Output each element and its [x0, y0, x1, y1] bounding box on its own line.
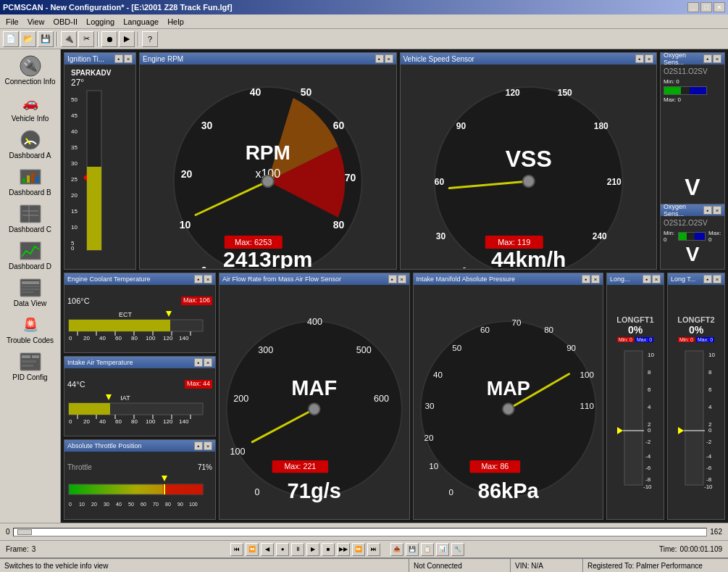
svg-rect-15 — [22, 281, 39, 284]
panel-map-close[interactable]: × — [591, 275, 600, 283]
playback-prev-fast[interactable]: ⏪ — [246, 543, 259, 556]
panel-ect-menu[interactable]: ▪ — [194, 275, 203, 283]
window-controls[interactable]: _ □ × — [687, 2, 725, 12]
frame-label: Frame: — [6, 545, 29, 553]
sidebar-item-dashA[interactable]: Dashboard A — [2, 126, 59, 162]
playback-next-fast[interactable]: ⏩ — [352, 543, 365, 556]
playback-first[interactable]: ⏮ — [230, 543, 243, 556]
panel-map-menu[interactable]: ▪ — [582, 275, 590, 283]
panel-vss-menu[interactable]: ▪ — [635, 54, 644, 63]
svg-text:70: 70 — [153, 502, 159, 507]
svg-rect-7 — [31, 173, 34, 183]
sidebar-item-pidconfig[interactable]: PID Config — [2, 348, 59, 384]
panel-o2s12-controls[interactable]: ▪ × — [703, 206, 721, 215]
panel-maf-controls[interactable]: ▪ × — [388, 275, 406, 283]
menu-view[interactable]: View — [23, 16, 49, 28]
toolbar-open[interactable]: 📂 — [20, 31, 36, 47]
panel-o2s11-controls[interactable]: ▪ × — [703, 54, 721, 63]
sidebar-label-trouble: Trouble Codes — [7, 336, 54, 344]
panel-o2s11-close[interactable]: × — [713, 54, 721, 63]
sidebar-item-dashB[interactable]: Dashboard B — [2, 163, 59, 199]
panel-longft2-controls[interactable]: ▪ × — [703, 275, 721, 283]
playback-dot1[interactable]: ● — [276, 543, 289, 556]
panel-throttle-menu[interactable]: ▪ — [194, 442, 203, 450]
panel-map-controls[interactable]: ▪ × — [582, 275, 600, 283]
panel-longft1-menu[interactable]: ▪ — [643, 275, 651, 283]
panel-longft2-close[interactable]: × — [713, 275, 721, 283]
toolbar-new[interactable]: 📄 — [3, 31, 19, 47]
panel-maf-close[interactable]: × — [398, 275, 406, 283]
playback-stop[interactable]: ■ — [322, 543, 335, 556]
playback-pause[interactable]: ⏸ — [291, 543, 304, 556]
panel-longft2-body: LONGFT2 0% Min: 0 Max: 0 10 8 6 4 2 0 -2 — [668, 285, 724, 519]
panel-maf-menu[interactable]: ▪ — [388, 275, 397, 283]
svg-text:-8: -8 — [706, 476, 712, 483]
scrollbar-area: 0 162 — [0, 523, 728, 540]
panel-o2s12-close[interactable]: × — [713, 206, 721, 215]
svg-text:60: 60 — [333, 120, 345, 131]
o2s12-label: O2S12.O2SV — [664, 219, 721, 227]
minimize-btn[interactable]: _ — [687, 2, 699, 12]
panel-longft1-controls[interactable]: ▪ × — [643, 275, 661, 283]
panel-o2s11-menu[interactable]: ▪ — [703, 54, 712, 63]
panel-o2s12-menu[interactable]: ▪ — [703, 206, 712, 215]
panel-rpm-menu[interactable]: ▪ — [375, 54, 384, 63]
panel-longft1-close[interactable]: × — [652, 275, 661, 283]
panel-o2s11-title: Oxygen Sens... — [664, 51, 703, 66]
scrollbar-thumb[interactable] — [17, 529, 32, 535]
playback-export5[interactable]: 🔧 — [451, 543, 464, 556]
sidebar-item-trouble[interactable]: 🚨 Trouble Codes — [2, 311, 59, 347]
toolbar-disconnect[interactable]: ✂ — [78, 31, 94, 47]
playback-export3[interactable]: 📋 — [421, 543, 434, 556]
playback-export2[interactable]: 💾 — [406, 543, 419, 556]
panel-throttle-close[interactable]: × — [204, 442, 212, 450]
panel-ignition-controls[interactable]: ▪ × — [114, 54, 133, 63]
sidebar-item-dashD[interactable]: Dashboard D — [2, 237, 59, 273]
toolbar-record[interactable]: ⏺ — [101, 31, 117, 47]
panel-iat-menu[interactable]: ▪ — [194, 358, 203, 367]
toolbar-connect[interactable]: 🔌 — [61, 31, 77, 47]
playback-last[interactable]: ⏭ — [367, 543, 380, 556]
playback-export4[interactable]: 📊 — [436, 543, 449, 556]
playback-export1[interactable]: 📤 — [390, 543, 403, 556]
scrollbar-track[interactable] — [13, 528, 708, 536]
svg-rect-23 — [22, 365, 33, 367]
svg-text:140: 140 — [179, 418, 189, 425]
panel-ect-close[interactable]: × — [204, 275, 212, 283]
toolbar-play[interactable]: ▶ — [119, 31, 135, 47]
playback-play[interactable]: ▶ — [306, 543, 319, 556]
toolbar-help[interactable]: ? — [142, 31, 158, 47]
panel-ect-controls[interactable]: ▪ × — [194, 275, 212, 283]
sidebar-item-connection[interactable]: 🔌 Connection Info — [2, 52, 59, 88]
sidebar-item-vehicle[interactable]: 🚗 Vehicle Info — [2, 89, 59, 125]
svg-text:Max: 119: Max: 119 — [498, 238, 530, 246]
menu-logging[interactable]: Logging — [82, 16, 119, 28]
toolbar-save[interactable]: 💾 — [38, 31, 54, 47]
panel-throttle-controls[interactable]: ▪ × — [194, 442, 212, 450]
status-bar: Switches to the vehicle info view Not Co… — [0, 558, 728, 572]
panel-rpm-controls[interactable]: ▪ × — [375, 54, 393, 63]
playback-next[interactable]: ▶▶ — [337, 543, 350, 556]
panel-ignition-close[interactable]: × — [124, 54, 133, 63]
throttle-value: 71% — [198, 463, 212, 471]
panel-vss-controls[interactable]: ▪ × — [635, 54, 653, 63]
panel-ignition: Ignition Ti... ▪ × SPARKADV 27° 50 45 — [64, 52, 136, 270]
panel-iat-controls[interactable]: ▪ × — [194, 358, 212, 367]
svg-text:80: 80 — [131, 418, 138, 425]
maximize-btn[interactable]: □ — [700, 2, 712, 12]
menu-file[interactable]: File — [1, 16, 23, 28]
close-btn[interactable]: × — [714, 2, 725, 12]
menu-language[interactable]: Language — [119, 16, 163, 28]
menu-help[interactable]: Help — [163, 16, 188, 28]
panel-vss-close[interactable]: × — [645, 54, 653, 63]
panel-longft2-menu[interactable]: ▪ — [703, 275, 712, 283]
sidebar-item-dataview[interactable]: Data View — [2, 274, 59, 310]
panel-iat-close[interactable]: × — [204, 358, 212, 367]
svg-text:100: 100 — [230, 447, 246, 457]
panel-ignition-menu[interactable]: ▪ — [114, 54, 123, 63]
panel-rpm-close[interactable]: × — [385, 54, 393, 63]
sidebar-item-dashC[interactable]: Dashboard C — [2, 200, 59, 236]
menu-obd[interactable]: OBD-II — [49, 16, 82, 28]
panel-ect-title: Engine Coolant Temperature — [67, 275, 150, 283]
playback-prev[interactable]: ◀ — [261, 543, 274, 556]
